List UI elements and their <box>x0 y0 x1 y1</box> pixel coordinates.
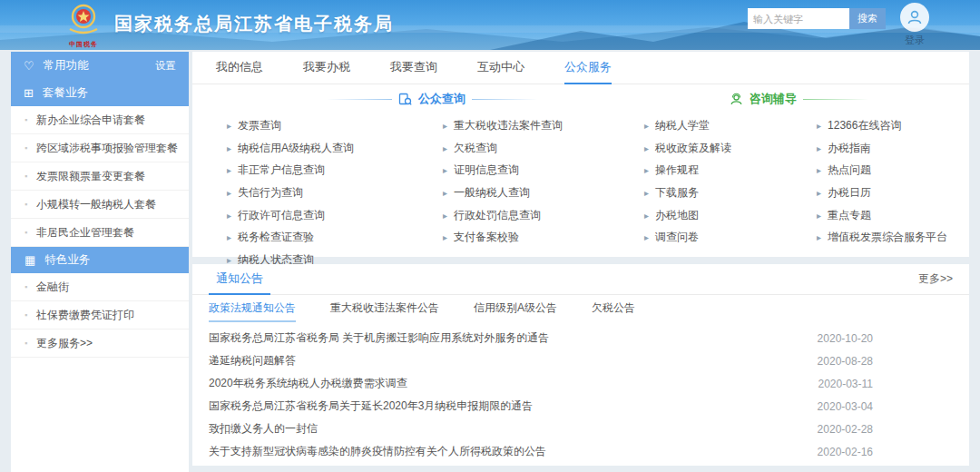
link-survey[interactable]: ▸调查问卷 <box>644 226 731 249</box>
link-vat-invoice-platform[interactable]: ▸增值税发票综合服务平台 <box>817 226 947 249</box>
sidebar-item-financial-street[interactable]: 金融街 <box>11 273 189 301</box>
site-title: 国家税务总局江苏省电子税务局 <box>114 12 394 36</box>
tab-my-info[interactable]: 我的信息 <box>216 52 263 84</box>
tab-query[interactable]: 我要查询 <box>390 52 437 84</box>
link-tax-arrears-query[interactable]: ▸欠税查询 <box>443 137 563 160</box>
public-query-title: 公众查询 <box>418 91 466 107</box>
link-tax-map[interactable]: ▸办税地图 <box>644 204 731 227</box>
subtab-major-violations[interactable]: 重大税收违法案件公告 <box>330 295 439 322</box>
login-label[interactable]: 登录 <box>897 34 933 47</box>
link-tax-guide[interactable]: ▸办税指南 <box>817 137 947 160</box>
sidebar-item-cross-region[interactable]: 跨区域涉税事项报验管理套餐 <box>11 134 189 162</box>
sidebar-section-common-functions[interactable]: ♡ 常用功能 设置 <box>11 52 189 79</box>
brand-logo: 中国税务 <box>60 2 107 49</box>
arrow-icon: ▸ <box>817 121 821 131</box>
arrow-icon: ▸ <box>227 211 231 221</box>
notice-title[interactable]: 递延纳税问题解答 <box>209 353 296 369</box>
notice-row[interactable]: 关于支持新型冠状病毒感染的肺炎疫情防控有关个人所得税政策的公告 2020-02-… <box>192 440 969 463</box>
notice-date: 2020-08-28 <box>818 355 873 368</box>
arrow-icon: ▸ <box>227 188 231 198</box>
link-label: 发票查询 <box>238 118 281 133</box>
link-label: 操作规程 <box>655 162 699 178</box>
settings-link[interactable]: 设置 <box>155 59 176 73</box>
link-a-level-taxpayer-query[interactable]: ▸纳税信用A级纳税人查询 <box>227 137 354 160</box>
notice-panel: 通知公告 更多>> 政策法规通知公告 重大税收违法案件公告 信用级别A级公告 欠… <box>192 264 969 466</box>
link-tax-policy[interactable]: ▸税收政策及解读 <box>644 137 731 160</box>
link-download-service[interactable]: ▸下载服务 <box>644 182 731 204</box>
package-icon: ⊞ <box>24 87 34 99</box>
more-link[interactable]: 更多>> <box>918 271 953 287</box>
link-certificate-info-query[interactable]: ▸证明信息查询 <box>443 159 563 182</box>
link-label: 重点专题 <box>828 208 871 223</box>
sidebar-item-invoice-quota[interactable]: 发票限额票量变更套餐 <box>11 162 189 191</box>
main-nav-tabs: 我的信息 我要办税 我要查询 互动中心 公众服务 <box>192 52 969 84</box>
arrow-icon: ▸ <box>817 232 821 242</box>
arrow-icon: ▸ <box>644 211 649 221</box>
section-headers: 公众查询 咨询辅导 <box>192 91 969 113</box>
link-hot-issues[interactable]: ▸热点问题 <box>817 159 947 182</box>
link-major-violation-query[interactable]: ▸重大税收违法案件查询 <box>443 114 563 137</box>
login-entry[interactable]: 登录 <box>897 3 933 47</box>
notice-title[interactable]: 关于支持新型冠状病毒感染的肺炎疫情防控有关个人所得税政策的公告 <box>209 444 546 459</box>
link-dishonest-behavior-query[interactable]: ▸失信行为查询 <box>227 182 354 204</box>
link-admin-penalty-query[interactable]: ▸行政处罚信息查询 <box>443 204 563 227</box>
link-key-topics[interactable]: ▸重点专题 <box>817 204 947 227</box>
subtab-policy-notices[interactable]: 政策法规通知公告 <box>209 295 296 322</box>
tab-interaction-center[interactable]: 互动中心 <box>477 52 524 84</box>
top-header: 中国税务 国家税务总局江苏省电子税务局 搜索 登录 <box>0 0 980 50</box>
link-general-taxpayer-query[interactable]: ▸一般纳税人查询 <box>443 182 563 204</box>
sidebar-item-new-enterprise[interactable]: 新办企业综合申请套餐 <box>11 106 189 134</box>
link-admin-license-query[interactable]: ▸行政许可信息查询 <box>227 204 354 227</box>
tab-handle-tax[interactable]: 我要办税 <box>303 52 350 84</box>
notice-row[interactable]: 国家税务总局江苏省税务局 关于机房搬迁影响应用系统对外服务的通告 2020-10… <box>192 327 969 349</box>
notice-title[interactable]: 国家税务总局江苏省税务局 关于机房搬迁影响应用系统对外服务的通告 <box>209 330 549 346</box>
notice-title[interactable]: 致扣缴义务人的一封信 <box>209 421 318 437</box>
search-button[interactable]: 搜索 <box>849 8 886 29</box>
sidebar-item-more-services[interactable]: 更多服务>> <box>11 329 189 358</box>
link-invoice-query[interactable]: ▸发票查询 <box>227 114 354 137</box>
link-label: 办税指南 <box>828 141 871 156</box>
sidebar-section-package-business[interactable]: ⊞ 套餐业务 <box>11 79 189 106</box>
query-links-col1: ▸发票查询 ▸纳税信用A级纳税人查询 ▸非正常户信息查询 ▸失信行为查询 ▸行政… <box>227 114 354 271</box>
link-abnormal-account-query[interactable]: ▸非正常户信息查询 <box>227 159 354 182</box>
arrow-icon: ▸ <box>817 188 821 198</box>
link-tax-inspection-cert[interactable]: ▸税务检查证查验 <box>227 226 354 249</box>
notice-row[interactable]: 2020年税务系统纳税人办税缴费需求调查 2020-03-11 <box>192 372 969 395</box>
notice-title[interactable]: 2020年税务系统纳税人办税缴费需求调查 <box>209 376 407 391</box>
sidebar-item-social-insurance-print[interactable]: 社保费缴费凭证打印 <box>11 301 189 329</box>
document-search-icon <box>398 93 412 106</box>
sidebar-section-label: 特色业务 <box>44 252 90 268</box>
arrow-icon: ▸ <box>227 121 231 131</box>
link-label: 税务检查证查验 <box>238 230 314 245</box>
notice-row[interactable]: 国家税务总局江苏省税务局关于延长2020年3月纳税申报期限的通告 2020-03… <box>192 395 969 418</box>
link-12366-online[interactable]: ▸12366在线咨询 <box>817 114 947 137</box>
search-input[interactable] <box>748 8 849 29</box>
subtab-a-level-credit[interactable]: 信用级别A级公告 <box>474 295 557 322</box>
subtab-tax-arrears[interactable]: 欠税公告 <box>592 295 635 322</box>
notice-row[interactable]: 致扣缴义务人的一封信 2020-02-28 <box>192 418 969 440</box>
sidebar: ♡ 常用功能 设置 ⊞ 套餐业务 新办企业综合申请套餐 跨区域涉税事项报验管理套… <box>11 52 189 472</box>
sidebar-item-small-to-general[interactable]: 小规模转一般纳税人套餐 <box>11 191 189 219</box>
tab-notice-announcement[interactable]: 通知公告 <box>209 264 270 295</box>
link-payment-record-check[interactable]: ▸支付备案校验 <box>443 226 563 249</box>
logo-caption: 中国税务 <box>60 40 107 49</box>
headset-icon <box>730 93 743 106</box>
link-label: 行政许可信息查询 <box>238 208 325 223</box>
arrow-icon: ▸ <box>227 232 231 242</box>
link-operation-rules[interactable]: ▸操作规程 <box>644 159 731 182</box>
tab-public-service[interactable]: 公众服务 <box>564 52 612 84</box>
link-taxpayer-school[interactable]: ▸纳税人学堂 <box>644 114 731 137</box>
consult-links-col2: ▸12366在线咨询 ▸办税指南 ▸热点问题 ▸办税日历 ▸重点专题 ▸增值税发… <box>817 114 947 249</box>
consult-links-col1: ▸纳税人学堂 ▸税收政策及解读 ▸操作规程 ▸下载服务 ▸办税地图 ▸调查问卷 <box>644 114 731 249</box>
link-label: 办税地图 <box>655 208 699 223</box>
sidebar-item-nonresident[interactable]: 非居民企业管理套餐 <box>11 219 189 247</box>
user-avatar-circle[interactable] <box>900 3 929 32</box>
link-tax-calendar[interactable]: ▸办税日历 <box>817 182 947 204</box>
arrow-icon: ▸ <box>443 121 447 131</box>
arrow-icon: ▸ <box>644 188 649 198</box>
query-links-col2: ▸重大税收违法案件查询 ▸欠税查询 ▸证明信息查询 ▸一般纳税人查询 ▸行政处罚… <box>443 114 563 249</box>
notice-title[interactable]: 国家税务总局江苏省税务局关于延长2020年3月纳税申报期限的通告 <box>209 398 533 414</box>
sidebar-section-special-business[interactable]: ▦ 特色业务 <box>11 247 189 273</box>
notice-row[interactable]: 递延纳税问题解答 2020-08-28 <box>192 349 969 372</box>
notice-list: 国家税务总局江苏省税务局 关于机房搬迁影响应用系统对外服务的通告 2020-10… <box>192 322 969 463</box>
